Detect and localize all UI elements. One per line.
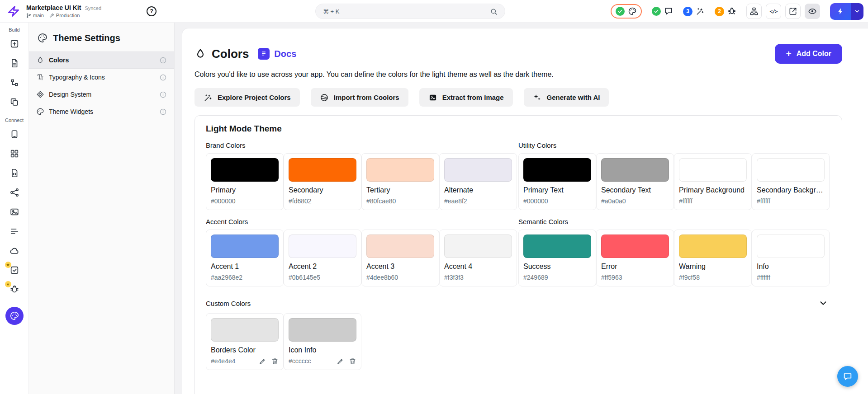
delete-color-icon[interactable] <box>349 357 356 365</box>
color-swatch[interactable] <box>366 235 434 258</box>
open-app-button[interactable] <box>785 4 801 19</box>
color-swatch[interactable] <box>211 158 279 182</box>
color-name: Primary Text <box>523 186 591 194</box>
color-tile-primary-text[interactable]: Primary Text#000000 <box>518 153 596 210</box>
color-swatch[interactable] <box>366 158 434 182</box>
color-tile-accent-1[interactable]: Accent 1#aa2968e2 <box>206 230 284 286</box>
panel-item-colors[interactable]: Colors <box>29 52 174 69</box>
devices-button[interactable] <box>6 128 23 140</box>
color-tile-tertiary[interactable]: Tertiary#80fcae80 <box>361 153 439 210</box>
color-tile-secondary-text[interactable]: Secondary Text#a0a0a0 <box>596 153 674 210</box>
color-tile-accent-3[interactable]: Accent 3#4dee8b60 <box>361 230 439 286</box>
run-button[interactable] <box>830 3 851 20</box>
add-color-button[interactable]: + Add Color <box>775 44 842 64</box>
code-icon: </> <box>770 9 778 14</box>
panel-item-typography[interactable]: Typography & Icons <box>29 69 174 86</box>
storyboard-button[interactable] <box>6 96 23 108</box>
color-hex: #000000 <box>211 197 279 205</box>
theme-check-status[interactable] <box>611 4 642 19</box>
widget-tree-button[interactable] <box>746 4 762 19</box>
device-icon <box>9 129 19 139</box>
debug-button[interactable]: ★ <box>6 284 23 296</box>
color-tile-alternate[interactable]: Alternate#eae8f2 <box>439 153 517 210</box>
color-tile-primary[interactable]: Primary#000000 <box>206 153 284 210</box>
color-tile-accent-2[interactable]: Accent 2#0b6145e5 <box>284 230 361 286</box>
edit-color-icon[interactable] <box>337 357 344 365</box>
app-values-button[interactable] <box>6 225 23 237</box>
import-from-coolors-button[interactable]: Import from Coolors <box>311 88 408 107</box>
color-tile-secondary[interactable]: Secondary#fd6802 <box>284 153 361 210</box>
pages-button[interactable] <box>6 57 23 69</box>
panel-item-theme-widgets[interactable]: Theme Widgets <box>29 103 174 120</box>
support-chat-button[interactable] <box>837 366 858 387</box>
color-tiles: Primary Text#000000Secondary Text#a0a0a0… <box>518 153 831 210</box>
color-swatch[interactable] <box>523 158 591 182</box>
color-swatch[interactable] <box>211 235 279 258</box>
color-hex: #f3f3f3 <box>444 274 512 281</box>
run-options-button[interactable] <box>851 3 863 20</box>
theme-settings-nav-button[interactable] <box>5 307 24 325</box>
color-tile-accent-4[interactable]: Accent 4#f3f3f3 <box>439 230 517 286</box>
widget-tree-nav-button[interactable] <box>6 77 23 89</box>
color-tile-primary-background[interactable]: Primary Background#ffffff <box>674 153 752 210</box>
color-swatch[interactable] <box>757 158 825 182</box>
color-hex: #eae8f2 <box>444 197 512 205</box>
collapse-custom-colors-button[interactable] <box>816 297 831 309</box>
color-swatch[interactable] <box>289 318 356 342</box>
help-button[interactable]: ? <box>147 6 157 16</box>
color-swatch[interactable] <box>289 235 356 258</box>
color-tile-secondary-background[interactable]: Secondary Background#ffffff <box>752 153 830 210</box>
media-assets-button[interactable] <box>6 206 23 218</box>
generate-with-ai-button[interactable]: Generate with AI <box>524 88 609 107</box>
api-calls-button[interactable] <box>6 187 23 198</box>
docs-icon[interactable] <box>258 48 270 60</box>
accent-colors-section: Accent Colors Accent 1#aa2968e2Accent 2#… <box>206 218 518 286</box>
color-tiles: Primary#000000Secondary#fd6802Tertiary#8… <box>206 153 518 210</box>
rail-section-connect: Connect <box>5 117 24 123</box>
color-swatch[interactable] <box>289 158 356 182</box>
color-tile-warning[interactable]: Warning#f9cf58 <box>674 230 752 286</box>
color-swatch[interactable] <box>679 158 747 182</box>
dashboard-button[interactable] <box>6 148 23 159</box>
info-icon[interactable] <box>159 108 167 116</box>
plus-icon: + <box>786 49 791 58</box>
utility-colors-section: Utility Colors Primary Text#000000Second… <box>518 141 831 210</box>
cloud-functions-button[interactable] <box>6 245 23 257</box>
panel-item-design-system[interactable]: Design System <box>29 86 174 103</box>
info-icon[interactable] <box>159 56 167 64</box>
color-tile-success[interactable]: Success#249689 <box>518 230 596 286</box>
color-name: Secondary Background <box>757 186 825 194</box>
dashboard-grid-icon <box>9 149 19 159</box>
color-swatch[interactable] <box>444 235 512 258</box>
color-swatch[interactable] <box>601 158 669 182</box>
color-swatch[interactable] <box>211 318 279 342</box>
color-tile-icon-info[interactable]: Icon Info#cccccc <box>284 313 361 370</box>
issues-status[interactable]: 2 <box>715 7 736 16</box>
docs-link[interactable]: Docs <box>274 49 296 59</box>
preview-button[interactable] <box>805 4 820 19</box>
color-swatch[interactable] <box>679 235 747 258</box>
widget-palette-button[interactable] <box>6 38 23 50</box>
ai-agent-status[interactable]: 3 <box>683 7 705 16</box>
color-swatch[interactable] <box>444 158 512 182</box>
extract-from-image-button[interactable]: Extract from Image <box>419 88 513 107</box>
color-swatch[interactable] <box>757 235 825 258</box>
color-tile-info[interactable]: Info#ffffff <box>752 230 830 286</box>
color-tile-error[interactable]: Error#ff5963 <box>596 230 674 286</box>
custom-code-button[interactable] <box>6 167 23 179</box>
global-search-input[interactable]: ⌘ + K <box>315 4 505 19</box>
delete-color-icon[interactable] <box>271 357 279 365</box>
color-swatch[interactable] <box>523 235 591 258</box>
color-name: Icon Info <box>289 346 356 354</box>
app-logo[interactable] <box>5 2 23 20</box>
dev-mode-button[interactable]: </> <box>766 4 781 19</box>
color-tile-borders-color[interactable]: Borders Color#e4e4e4 <box>206 313 284 370</box>
info-icon[interactable] <box>159 91 167 98</box>
project-info[interactable]: Marketplace UI Kit Synced main Productio… <box>26 4 101 18</box>
color-swatch[interactable] <box>601 235 669 258</box>
edit-color-icon[interactable] <box>259 357 266 365</box>
comments-check-status[interactable] <box>652 7 673 16</box>
explore-project-colors-button[interactable]: Explore Project Colors <box>194 88 300 107</box>
tests-button[interactable]: ★ <box>6 264 23 276</box>
info-icon[interactable] <box>159 74 167 81</box>
